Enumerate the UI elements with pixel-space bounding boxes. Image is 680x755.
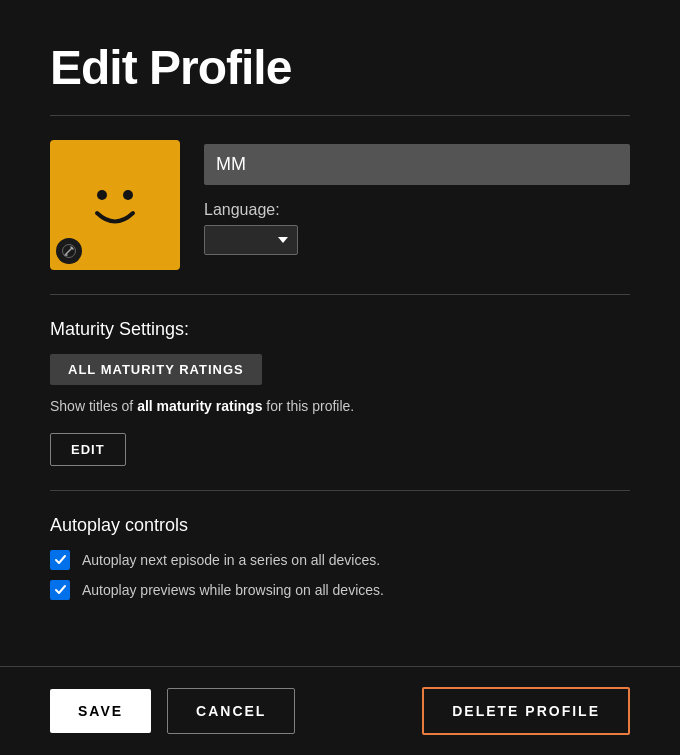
maturity-section: Maturity Settings: ALL MATURITY RATINGS … [50, 319, 630, 466]
language-select[interactable]: English Español Français [204, 225, 298, 255]
avatar-wrapper[interactable] [50, 140, 180, 270]
save-button[interactable]: SAVE [50, 689, 151, 733]
maturity-desc-bold: all maturity ratings [137, 398, 262, 414]
language-section: Language: English Español Français [204, 201, 630, 255]
page-container: Edit Profile [0, 0, 680, 666]
avatar-face-icon [75, 165, 155, 245]
svg-point-0 [97, 190, 107, 200]
autoplay-label-1: Autoplay next episode in a series on all… [82, 552, 380, 568]
autoplay-checkbox-1[interactable] [50, 550, 70, 570]
maturity-desc-plain: Show titles of [50, 398, 137, 414]
page-title: Edit Profile [50, 40, 630, 95]
autoplay-section: Autoplay controls Autoplay next episode … [50, 515, 630, 610]
avatar-edit-badge[interactable] [56, 238, 82, 264]
cancel-button[interactable]: CANCEL [167, 688, 295, 734]
svg-point-1 [123, 190, 133, 200]
checkmark-icon-1 [54, 553, 67, 566]
maturity-section-title: Maturity Settings: [50, 319, 630, 340]
maturity-badge: ALL MATURITY RATINGS [50, 354, 262, 385]
profile-name-input[interactable] [204, 144, 630, 185]
autoplay-item-2[interactable]: Autoplay previews while browsing on all … [50, 580, 630, 600]
maturity-desc-suffix: for this profile. [262, 398, 354, 414]
profile-fields: Language: English Español Français [204, 140, 630, 255]
autoplay-title: Autoplay controls [50, 515, 630, 536]
autoplay-checkbox-2[interactable] [50, 580, 70, 600]
autoplay-label-2: Autoplay previews while browsing on all … [82, 582, 384, 598]
autoplay-item-1[interactable]: Autoplay next episode in a series on all… [50, 550, 630, 570]
delete-profile-button[interactable]: DELETE PROFILE [422, 687, 630, 735]
profile-section: Language: English Español Français [50, 140, 630, 270]
bottom-bar: SAVE CANCEL DELETE PROFILE [0, 666, 680, 755]
maturity-edit-button[interactable]: EDIT [50, 433, 126, 466]
maturity-description: Show titles of all maturity ratings for … [50, 397, 630, 417]
language-label: Language: [204, 201, 630, 219]
pencil-icon [62, 244, 76, 258]
maturity-divider [50, 490, 630, 491]
checkmark-icon-2 [54, 583, 67, 596]
language-select-wrapper[interactable]: English Español Français [204, 225, 298, 255]
profile-divider [50, 294, 630, 295]
title-divider [50, 115, 630, 116]
